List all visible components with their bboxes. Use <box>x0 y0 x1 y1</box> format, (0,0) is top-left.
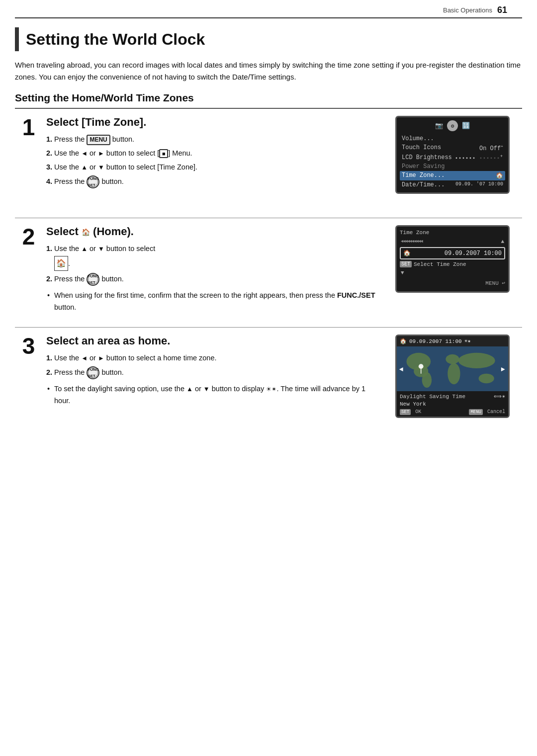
down-arrow-2: ▼ <box>98 245 104 252</box>
step-1-number-col: 1 <box>15 109 42 218</box>
tz-arrow-bottom: ▼ <box>401 270 404 276</box>
tz-selected-row: 🏠 09.09.2007 10:00 <box>400 247 505 259</box>
step-3-body: 1. Use the ◄ or ► button to select a hom… <box>46 352 380 407</box>
map-date-time: 09.09.2007 11:00 <box>409 338 462 344</box>
home-icon: 🏠 <box>82 228 90 236</box>
step-1-instruction-1: 1. Press the MENU button. <box>46 134 380 146</box>
set-badge: SET <box>400 409 411 415</box>
screen-top-icons: 📷 ⚙ 🔢 <box>400 120 505 131</box>
step-3-image: 🏠 09.09.2007 11:00 ☀✶ <box>388 328 522 437</box>
datetime-value: 09.09. '07 10:00 <box>455 181 503 188</box>
tz-top-row: ◄◄◄◄◄◄◄◄◄◄ ▲ <box>400 238 505 246</box>
camera-icon: 📷 <box>435 122 443 130</box>
tz-chevron-top: ▲ <box>501 239 504 245</box>
step-1-screen: 📷 ⚙ 🔢 Volume... Touch Icons On Off+ LCD … <box>395 116 510 194</box>
step-1-instruction-4: 4. Press the FUNCSET button. <box>46 175 380 188</box>
step-1-instruction-2: 2. Use the ◄ or ► button to select [■] M… <box>46 148 380 160</box>
chapter-title-text: Setting the World Clock <box>26 30 205 49</box>
step-3: 3 Select an area as home. 1. Use the ◄ o… <box>15 328 522 437</box>
svg-point-5 <box>448 363 460 384</box>
timezone-icon: 🏠 <box>496 172 503 179</box>
map-home-icon: 🏠 <box>400 338 407 344</box>
step-1-image: 📷 ⚙ 🔢 Volume... Touch Icons On Off+ LCD … <box>388 109 522 218</box>
step-2-image: Time Zone ◄◄◄◄◄◄◄◄◄◄ ▲ 🏠 09.09.2007 10:0… <box>388 218 522 327</box>
left-arrow-3: ◄ <box>81 354 88 362</box>
tz-set-badge: SET <box>400 261 412 267</box>
map-svg: ◄ ► <box>397 346 508 391</box>
daylight-toggle-icon: ⟺✶ <box>494 393 505 400</box>
daylight-label: Daylight Saving Time <box>400 394 465 400</box>
or-text-3: or <box>90 245 96 252</box>
tz-menu-back: MENU ↩ <box>400 280 505 286</box>
menu-row-powersaving: Power Saving <box>400 162 505 171</box>
step-1-body: 1. Press the MENU button. 2. Use the ◄ o… <box>46 134 380 188</box>
left-arrow-icon: ◄ <box>81 150 88 157</box>
step-3-number-col: 3 <box>15 328 42 437</box>
step-3-instruction-2: 2. Press the FUNCSET button. <box>46 366 380 379</box>
step-3-number: 3 <box>22 335 35 357</box>
section-label: Basic Operations <box>443 6 492 14</box>
menu-icon-square: ■ <box>159 149 168 158</box>
svg-text:◄: ◄ <box>399 366 403 373</box>
or-text-1: or <box>90 149 96 157</box>
step-3-content: Select an area as home. 1. Use the ◄ or … <box>42 328 388 437</box>
tz-bottom-row: ▼ <box>400 269 505 277</box>
map-action-row: SET OK MENU Cancel <box>400 409 505 415</box>
step-2-bullet: When using for the first time, confirm t… <box>54 290 380 314</box>
step-2-number-col: 2 <box>15 218 42 327</box>
func-set-button-icon: FUNCSET <box>87 175 99 188</box>
settings-icon-selected: ⚙ <box>447 120 458 131</box>
step-3-screen: 🏠 09.09.2007 11:00 ☀✶ <box>395 335 510 418</box>
touchicons-value: On Off+ <box>479 144 503 152</box>
chapter-title-container: Setting the World Clock <box>15 27 522 51</box>
menu-row-volume: Volume... <box>400 134 505 143</box>
step-2-number: 2 <box>22 225 35 248</box>
map-daylight-row: Daylight Saving Time ⟺✶ <box>400 393 505 400</box>
func-set-button-2: FUNCSET <box>87 273 99 286</box>
world-map: ◄ ► <box>397 346 508 391</box>
intro-paragraph: When traveling abroad, you can record im… <box>15 59 522 83</box>
svg-text:►: ► <box>501 366 505 373</box>
down-arrow-icon: ▼ <box>98 164 104 171</box>
menu-row-datetime: Date/Time... 09.09. '07 10:00 <box>400 180 505 189</box>
tz-arrows-top: ◄◄◄◄◄◄◄◄◄◄ <box>401 239 423 244</box>
touchicons-label: Touch Icons <box>402 144 441 152</box>
lcd-label: LCD Brightness <box>402 154 452 161</box>
home-symbol-2: 🏠 <box>54 256 68 271</box>
title-bar-decoration <box>15 27 19 51</box>
step-2-title: Select 🏠 (Home). <box>46 225 380 238</box>
lcd-value: ▪▪▪▪▪▪ ▪▪▪▪▪▪+ <box>455 154 503 161</box>
step-2-screen: Time Zone ◄◄◄◄◄◄◄◄◄◄ ▲ 🏠 09.09.2007 10:0… <box>395 225 510 293</box>
svg-point-6 <box>458 353 495 368</box>
tz-set-row: SET Select Time Zone <box>400 261 505 267</box>
right-arrow-3: ► <box>98 354 104 362</box>
up-arrow-3: ▲ <box>186 385 193 393</box>
tz-screen-title: Time Zone <box>400 230 505 236</box>
map-menu-cancel: MENU Cancel <box>469 409 505 415</box>
or-text-4: or <box>90 354 96 362</box>
map-top-bar: 🏠 09.09.2007 11:00 ☀✶ <box>397 336 508 346</box>
other-icon: 🔢 <box>462 122 470 130</box>
step-1-instruction-3: 3. Use the ▲ or ▼ button to select [Time… <box>46 162 380 173</box>
step-2-instruction-1: 1. Use the ▲ or ▼ button to select 🏠. <box>46 243 380 271</box>
up-arrow-2: ▲ <box>81 245 88 252</box>
step-3-bullet-1: To set the daylight saving option, use t… <box>54 383 380 407</box>
menu-row-timezone: Time Zone... 🏠 <box>400 171 505 180</box>
tz-home-icon: 🏠 <box>403 250 411 257</box>
map-set-ok: SET OK <box>400 409 421 415</box>
step-2-body: 1. Use the ▲ or ▼ button to select 🏠. 2.… <box>46 243 380 314</box>
or-text-2: or <box>90 163 96 171</box>
tz-time: 09.09.2007 10:00 <box>445 250 502 257</box>
tz-set-text: Select Time Zone <box>414 261 466 267</box>
step-2-content: Select 🏠 (Home). 1. Use the ▲ or ▼ butto… <box>42 218 388 327</box>
page-header: Basic Operations 61 <box>15 0 522 18</box>
steps-container: 1 Select [Time Zone]. 1. Press the MENU … <box>15 108 522 437</box>
svg-point-7 <box>479 374 494 383</box>
menu-row-lcd: LCD Brightness ▪▪▪▪▪▪ ▪▪▪▪▪▪+ <box>400 153 505 162</box>
step-1-content: Select [Time Zone]. 1. Press the MENU bu… <box>42 109 388 218</box>
step-2: 2 Select 🏠 (Home). 1. Use the ▲ or ▼ but… <box>15 218 522 328</box>
daylight-icon: ☀✶ <box>266 386 276 393</box>
page-number: 61 <box>497 5 507 15</box>
step-1: 1 Select [Time Zone]. 1. Press the MENU … <box>15 109 522 218</box>
menu-row-touchicons: Touch Icons On Off+ <box>400 143 505 153</box>
